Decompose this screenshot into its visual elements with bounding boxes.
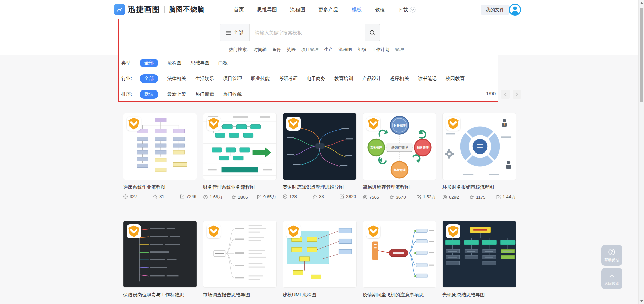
filter-industry-ecommerce[interactable]: 电子商务: [307, 76, 325, 82]
hot-item-flowchart[interactable]: 流程图: [339, 47, 352, 53]
brand-logo[interactable]: 迅捷画图 脑图不烧脑: [114, 4, 204, 15]
filter-industry-project[interactable]: 项目管理: [223, 76, 242, 82]
search-input[interactable]: [250, 24, 365, 41]
help-feedback-button[interactable]: 帮助反馈: [601, 245, 622, 266]
nav-more-products[interactable]: 更多产品: [318, 7, 338, 13]
filter-sort-popular-edit[interactable]: 热门编辑: [195, 91, 214, 97]
filter-industry-life[interactable]: 生活娱乐: [195, 76, 214, 82]
template-title[interactable]: 环形财务报销审核流程图: [442, 184, 516, 190]
back-to-top-icon: [608, 271, 616, 279]
filter-industry-education[interactable]: 教育培训: [334, 76, 353, 82]
template-thumbnail[interactable]: 财务管理 采购管理 销售管理 库存管理 进销存管理: [363, 113, 436, 180]
hot-item-org[interactable]: 组织: [358, 47, 366, 53]
template-title[interactable]: 简易进销存管理流程图: [363, 184, 436, 190]
nav-flowchart[interactable]: 流程图: [290, 7, 305, 13]
filter-industry-campus[interactable]: 校园教育: [446, 76, 465, 82]
edits-icon: [257, 195, 262, 200]
views-icon: [203, 195, 208, 200]
template-title[interactable]: 选课系统作业流程图: [123, 184, 197, 190]
filter-industry-programming[interactable]: 程序相关: [390, 76, 409, 82]
nav-home[interactable]: 首页: [234, 7, 244, 13]
filter-sort-popular-fav[interactable]: 热门收藏: [223, 91, 242, 97]
vip-badge-icon: [286, 117, 301, 131]
template-title[interactable]: 保洁员岗位职责与工作标准思...: [123, 292, 197, 298]
template-thumbnail[interactable]: [283, 113, 357, 180]
template-stats: 7565 3670 1.52万: [363, 194, 436, 200]
filter-industry-law[interactable]: 法律相关: [167, 76, 186, 82]
template-title[interactable]: 疫情期间坐飞机的注意事项思...: [363, 292, 436, 298]
nav-templates[interactable]: 模板: [352, 7, 362, 13]
template-card: 保洁员岗位职责与工作标准思...: [123, 221, 197, 298]
template-thumbnail[interactable]: [442, 221, 516, 288]
edits-icon: [416, 195, 421, 200]
filter-row-type: 类型: 全部 流程图 思维导图 白板: [118, 55, 498, 71]
search-button[interactable]: [365, 24, 380, 41]
views-count: 1.66万: [210, 194, 222, 200]
filter-industry-skills[interactable]: 职业技能: [251, 76, 270, 82]
filter-type-whiteboard[interactable]: 白板: [218, 60, 228, 66]
hot-item-english[interactable]: 英语: [287, 47, 296, 53]
star-icon: [469, 195, 474, 200]
hot-item-management[interactable]: 管理: [395, 47, 404, 53]
template-stats: 6292 1175 1.44万: [442, 194, 516, 200]
thumb-label-left: 采购管理: [370, 146, 382, 149]
template-card: 英语时态知识点整理思维导图 128 33 2820: [283, 113, 357, 200]
search-category-dropdown[interactable]: 全部: [220, 24, 250, 41]
edits-icon: [180, 194, 185, 199]
filter-row-industry: 行业: 全部 法律相关 生活娱乐 项目管理 职业技能 考研考证 电子商务 教育培…: [118, 71, 498, 86]
template-thumbnail[interactable]: [123, 113, 197, 180]
hot-item-project[interactable]: 项目管理: [301, 47, 319, 53]
template-thumbnail[interactable]: [203, 113, 277, 180]
hot-item-timeline[interactable]: 时间轴: [254, 47, 267, 53]
views-icon: [123, 194, 128, 199]
thumb-label-center: 进销存管理: [391, 146, 408, 149]
template-thumbnail[interactable]: [203, 221, 277, 288]
help-feedback-label: 帮助反馈: [604, 258, 619, 263]
hot-item-production[interactable]: 生产: [324, 47, 333, 53]
chevron-right-icon: [515, 92, 519, 96]
nav-tutorials[interactable]: 教程: [375, 7, 385, 13]
template-title[interactable]: 财务管理系统业务流程图: [203, 184, 277, 190]
my-files-button[interactable]: 我的文件: [481, 5, 509, 15]
filter-type-mindmap[interactable]: 思维导图: [191, 60, 209, 66]
brand-tagline: 脑图不烧脑: [169, 5, 204, 14]
edits-icon: [496, 195, 501, 200]
template-title[interactable]: 英语时态知识点整理思维导图: [283, 184, 357, 190]
back-to-top-button[interactable]: 返回顶部: [601, 268, 622, 289]
hot-item-workplan[interactable]: 工作计划: [372, 47, 389, 53]
filter-industry-exam[interactable]: 考研考证: [279, 76, 298, 82]
filter-row-sort: 排序: 默认 最新上架 热门编辑 热门收藏: [118, 86, 498, 102]
prev-page-button[interactable]: [501, 90, 510, 99]
template-thumbnail[interactable]: [363, 221, 436, 288]
scrollbar-thumb[interactable]: [640, 8, 643, 102]
nav-mindmap[interactable]: 思维导图: [257, 7, 277, 13]
filter-sort-newest[interactable]: 最新上架: [167, 91, 186, 97]
template-search-bar: 全部: [220, 24, 380, 41]
template-thumbnail[interactable]: [283, 221, 357, 288]
nav-download[interactable]: 下载: [398, 7, 416, 13]
user-avatar[interactable]: [508, 3, 521, 16]
views-count: 7565: [369, 195, 379, 200]
filter-type-all[interactable]: 全部: [140, 59, 158, 67]
filter-industry-reading[interactable]: 读书笔记: [418, 76, 437, 82]
filter-sort-default[interactable]: 默认: [140, 90, 158, 99]
filter-industry-product[interactable]: 产品设计: [362, 76, 381, 82]
hot-item-fishbone[interactable]: 鱼骨: [272, 47, 281, 53]
filter-industry-all[interactable]: 全部: [140, 74, 158, 83]
scrollbar-up-arrow[interactable]: [639, 0, 644, 6]
vip-badge-icon: [366, 224, 380, 238]
template-title[interactable]: 建模UML流程图: [283, 292, 357, 298]
template-thumbnail[interactable]: [123, 221, 197, 288]
filter-industry-label: 行业:: [121, 76, 132, 82]
template-card: 环形财务报销审核流程图 6292 1175 1.44万: [442, 113, 516, 200]
scrollbar-down-arrow[interactable]: [639, 298, 644, 304]
template-title[interactable]: 光现象总结思维导图: [442, 292, 516, 298]
search-icon: [369, 29, 376, 36]
template-title[interactable]: 市场调查报告思维导图: [203, 292, 277, 298]
next-page-button[interactable]: [513, 90, 521, 99]
template-thumbnail[interactable]: [442, 113, 516, 180]
thumb-label-right: 销售管理: [416, 146, 429, 149]
logo-chart-icon: [114, 4, 125, 15]
filter-type-flowchart[interactable]: 流程图: [167, 60, 181, 66]
star-icon: [312, 194, 317, 199]
